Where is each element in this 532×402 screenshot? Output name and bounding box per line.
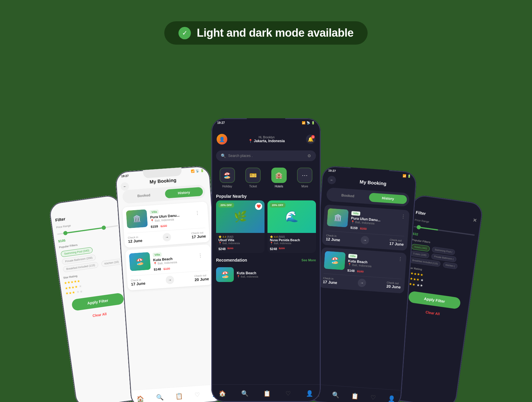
tab-booked-dark[interactable]: Booked bbox=[329, 190, 367, 202]
phone-booking-light: 19:27 📶 📡 🔋 ← My Booking Booked History bbox=[115, 166, 226, 402]
popular-title: Popular Nearby bbox=[216, 194, 246, 199]
arrow-2: → bbox=[166, 275, 174, 284]
status-time-phone2: 19:27 bbox=[121, 174, 129, 178]
cat-holiday[interactable]: 🏖️ Holiday bbox=[220, 168, 235, 188]
back-btn-phone4[interactable]: ← bbox=[327, 176, 336, 184]
nav-booking-4[interactable]: 📋 bbox=[351, 392, 359, 400]
arrow-dark-1: → bbox=[361, 236, 369, 244]
arrow-dark-2: → bbox=[358, 278, 366, 287]
rec-header: Recomendation See More bbox=[211, 255, 321, 264]
page-title-phone4: My Booking bbox=[336, 178, 411, 188]
nav-booking-3[interactable]: 📋 bbox=[263, 390, 271, 397]
nav-booking-2[interactable]: 📋 bbox=[175, 392, 183, 400]
see-more-btn[interactable]: See More bbox=[301, 258, 316, 262]
booking-card-2-dark: ⋮ 🏖️ Villa Kuta Beach 📍 Bali, Indonesia … bbox=[319, 247, 407, 294]
bottom-nav-phone3: 🏠 🔍 📋 ♡ 👤 bbox=[211, 384, 321, 402]
filter-icon[interactable]: ⚙ bbox=[307, 153, 311, 158]
card2-checkin: 17 June bbox=[131, 281, 145, 286]
card2-price: $148 bbox=[154, 267, 161, 271]
villa-badge-dark-1: Villa bbox=[351, 211, 360, 216]
card1-checkin-dark: 12 June bbox=[326, 237, 340, 242]
card1-checkin: 12 June bbox=[128, 238, 142, 244]
rec-title: Recomendation bbox=[216, 258, 247, 262]
more-dots-1[interactable]: ⋮ bbox=[195, 210, 200, 215]
search-bar[interactable]: 🔍 Search places . ⚙ bbox=[216, 150, 316, 161]
card1-old-dark: $299 bbox=[360, 227, 367, 231]
nearby-grid: 🌿 20% OFF ❤️ ⭐ 4.4 (532) Ubud Villa 📍 Ba… bbox=[211, 200, 321, 253]
nusa-old: $299 bbox=[279, 247, 285, 250]
villa-badge-1: Villa bbox=[150, 210, 159, 214]
nav-heart-4[interactable]: ♡ bbox=[370, 394, 376, 401]
card1-price-dark: $159 bbox=[350, 226, 358, 230]
card1-price: $159 bbox=[151, 224, 158, 228]
apply-filter-btn-dark[interactable]: Apply Filter bbox=[408, 291, 461, 309]
booking-tabs-dark: Booked History bbox=[326, 187, 410, 207]
nav-home-2[interactable]: 🏠 bbox=[137, 395, 145, 402]
tab-history-light[interactable]: History bbox=[165, 187, 203, 199]
nav-home-3[interactable]: 🏠 bbox=[219, 390, 226, 397]
nearby-card-nusa[interactable]: 🌊 20% OFF ⭐ 4.4 (532) Nusa Penida Beach … bbox=[267, 200, 316, 253]
phones-container: Filter Price Range $105 Popular Filters … bbox=[0, 65, 532, 402]
nav-heart-3[interactable]: ♡ bbox=[286, 390, 291, 397]
ubud-old: $299 bbox=[227, 247, 233, 250]
nav-compass-2[interactable]: 🔍 bbox=[156, 393, 164, 401]
nav-profile-4[interactable]: 👤 bbox=[387, 395, 395, 402]
card1-checkout: 17 June bbox=[192, 234, 206, 239]
close-icon-dark[interactable]: ✕ bbox=[473, 217, 477, 223]
nusa-price: $248 bbox=[270, 247, 277, 251]
user-header: 👤 Hi, Brooklyn 📍 Jakarta, Indonesia 🔔 4 bbox=[211, 124, 321, 147]
card2-old-dark: $199 bbox=[357, 270, 364, 273]
villa-badge-dark-2: Villa bbox=[348, 254, 357, 259]
nearby-card-ubud[interactable]: 🌿 20% OFF ❤️ ⭐ 4.4 (532) Ubud Villa 📍 Ba… bbox=[216, 200, 265, 253]
more-dots-2[interactable]: ⋮ bbox=[198, 252, 203, 258]
header-badge: ✓ Light and dark mode available bbox=[164, 21, 368, 45]
off-badge-ubud: 20% OFF bbox=[218, 203, 234, 208]
search-placeholder: Search places . bbox=[228, 154, 253, 158]
nav-profile-3[interactable]: 👤 bbox=[306, 390, 313, 397]
status-time-phone3: 19:27 bbox=[217, 121, 225, 124]
more-dots-dark-1[interactable]: ⋮ bbox=[401, 213, 406, 219]
notification-bell[interactable]: 🔔 4 bbox=[306, 134, 315, 144]
phone-home-dark: 19:27 📶 📡 🔋 👤 Hi, Brooklyn 📍 Jakarta, In… bbox=[211, 118, 321, 402]
ubud-title: Ubud Villa bbox=[218, 238, 262, 242]
badge-text: Light and dark mode available bbox=[197, 27, 353, 39]
nav-compass-3[interactable]: 🔍 bbox=[241, 390, 249, 397]
nusa-loc: 📍 Bali, Indonesia bbox=[270, 242, 314, 245]
category-row: 🏖️ Holiday 🎫 Ticket 🏨 Hotels bbox=[211, 165, 321, 191]
ubud-loc: 📍 Bali, Indonesia bbox=[218, 242, 262, 245]
stars-ubud: ⭐ 4.4 (532) bbox=[218, 235, 262, 238]
rec-loc: 📍 Bali, Indonesia bbox=[237, 275, 258, 278]
booking-card-1-dark: ⋮ 🏛️ Villa Pura Ulun Danu... 📍 Bali, Ind… bbox=[322, 205, 410, 251]
card2-price-dark: $148 bbox=[347, 268, 355, 273]
booking-tabs-light: Booked History bbox=[122, 184, 206, 204]
rec-card-kuta[interactable]: 🏖️ Kuta Beach 📍 Bali, Indonesia bbox=[211, 264, 321, 285]
nav-heart-2[interactable]: ♡ bbox=[194, 391, 200, 398]
status-time-phone4: 19:27 bbox=[328, 169, 336, 173]
user-avatar: 👤 bbox=[217, 134, 227, 145]
search-icon: 🔍 bbox=[221, 153, 226, 158]
tab-history-dark[interactable]: History bbox=[369, 193, 407, 204]
nav-compass-4[interactable]: 🔍 bbox=[332, 391, 340, 398]
tab-booked-light[interactable]: Booked bbox=[125, 190, 163, 201]
cat-ticket[interactable]: 🎫 Ticket bbox=[245, 168, 261, 188]
more-dots-dark-2[interactable]: ⋮ bbox=[398, 256, 403, 262]
greeting-text: Hi, Brooklyn bbox=[248, 136, 285, 139]
apply-filter-btn-light[interactable]: Apply Filter bbox=[71, 293, 124, 311]
card2-old-price: $199 bbox=[163, 267, 170, 271]
cat-hotels[interactable]: 🏨 Hotels bbox=[271, 168, 287, 188]
off-badge-nusa: 20% OFF bbox=[270, 203, 286, 208]
heart-ubud[interactable]: ❤️ bbox=[255, 203, 262, 210]
cat-more[interactable]: ⋯ More bbox=[297, 168, 312, 188]
phone-booking-dark: 19:27 📶 🔋 ← My Booking Booked History ⋮ bbox=[306, 166, 417, 402]
card2-checkout-dark: 20 June bbox=[386, 284, 401, 289]
rec-name: Kuta Beach bbox=[237, 271, 258, 275]
villa-badge-2: Villa bbox=[153, 252, 162, 257]
card1-checkout-dark: 17 June bbox=[389, 241, 404, 247]
booking-card-1-light: ⋮ 🏛️ Villa Pura Ulun Danu... 📍 Bali, Ind… bbox=[122, 202, 210, 248]
bell-count: 4 bbox=[311, 135, 315, 139]
card2-checkout: 20 June bbox=[194, 276, 209, 282]
page-title-phone2: My Booking bbox=[121, 176, 205, 187]
card1-old-price: $299 bbox=[160, 224, 167, 228]
nusa-title: Nusa Penida Beach bbox=[270, 238, 314, 242]
arrow-1: → bbox=[163, 233, 171, 241]
